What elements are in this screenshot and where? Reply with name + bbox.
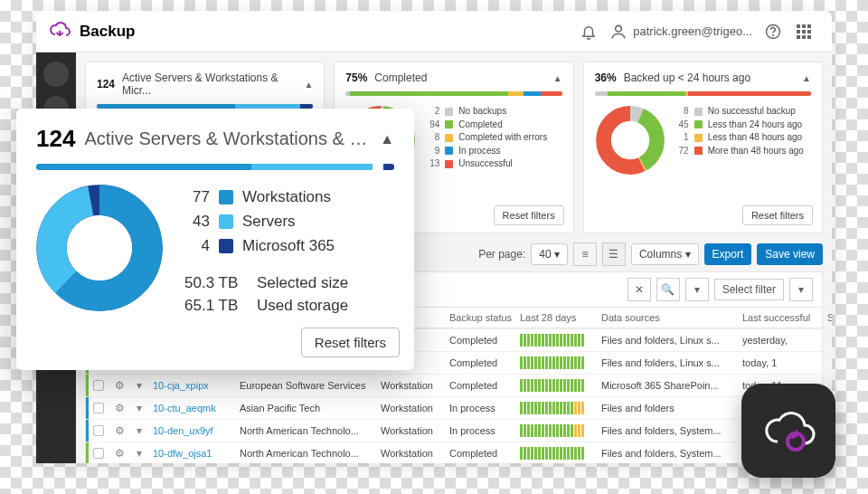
popover-stats: 50.3 TBSelected size65.1 TBUsed storage xyxy=(184,271,348,318)
sparkline xyxy=(520,402,596,414)
search-icon[interactable]: 🔍 xyxy=(656,278,680,301)
device-name[interactable]: 10-cja_xpipx xyxy=(153,380,234,391)
svg-point-0 xyxy=(616,25,622,32)
table-row[interactable]: ⚙ ▾ 10-den_ux9yf North American Technolo… xyxy=(86,419,822,442)
filter-dropdown-icon[interactable]: ▾ xyxy=(789,278,813,301)
gear-icon[interactable]: ⚙ xyxy=(115,402,131,414)
card-legend: 8No successful backup45Less than 24 hour… xyxy=(675,105,804,176)
table-row[interactable]: ⚙ ▾ 10-ctu_aeqmk Asian Pacific Tech Work… xyxy=(86,396,822,419)
gear-icon[interactable]: ⚙ xyxy=(115,424,131,437)
clear-icon[interactable]: ✕ xyxy=(627,278,651,301)
sparkline xyxy=(520,379,596,392)
row-checkbox[interactable] xyxy=(93,448,104,459)
row-checkbox[interactable] xyxy=(93,403,104,413)
row-checkbox[interactable] xyxy=(93,380,104,391)
apps-grid-icon[interactable] xyxy=(788,16,819,47)
svg-point-2 xyxy=(773,34,774,35)
summary-popover: 124 Active Servers & Workstations & Micr… xyxy=(16,109,414,370)
select-filter-button[interactable]: Select filter xyxy=(714,279,784,300)
chevron-down-icon[interactable]: ▾ xyxy=(137,447,147,460)
col-lastsucc: Last successful xyxy=(742,312,822,323)
reset-filters-button[interactable]: Reset filters xyxy=(742,205,813,225)
cloud-logo-icon xyxy=(49,19,71,44)
page-title: Backup xyxy=(80,23,135,41)
svg-rect-8 xyxy=(807,30,811,33)
col-selected: Selected xyxy=(827,312,832,323)
svg-rect-5 xyxy=(807,24,811,28)
popover-bar xyxy=(36,164,394,170)
sparkline xyxy=(520,356,596,369)
chevron-up-icon[interactable]: ▲ xyxy=(553,73,562,83)
sparkline xyxy=(520,424,596,437)
popover-legend: 77Workstations43Servers4Microsoft 365 xyxy=(184,185,348,259)
reset-filters-button[interactable]: Reset filters xyxy=(494,205,564,225)
svg-rect-11 xyxy=(807,35,811,39)
chevron-down-icon[interactable]: ▾ xyxy=(137,379,147,392)
view-list-icon[interactable]: ≡ xyxy=(573,242,597,266)
popover-donut xyxy=(36,185,163,311)
help-icon[interactable] xyxy=(758,16,788,47)
col-last28: Last 28 days xyxy=(520,312,596,323)
svg-rect-7 xyxy=(802,30,806,33)
svg-rect-4 xyxy=(802,24,806,28)
svg-rect-3 xyxy=(797,24,800,28)
chevron-down-icon[interactable]: ▾ xyxy=(137,402,147,414)
device-name[interactable]: 10-den_ux9yf xyxy=(153,425,234,436)
chevron-up-icon[interactable]: ▲ xyxy=(304,80,313,90)
svg-rect-6 xyxy=(797,30,800,33)
sparkline xyxy=(520,334,596,347)
row-checkbox[interactable] xyxy=(93,425,104,436)
chevron-up-icon[interactable]: ▲ xyxy=(802,73,811,83)
table-row[interactable]: ⚙ ▾ 10-cja_xpipx European Software Servi… xyxy=(86,374,822,396)
device-name[interactable]: 10-dfw_ojsa1 xyxy=(153,448,234,459)
chevron-down-icon[interactable]: ▾ xyxy=(137,424,147,437)
user-icon xyxy=(609,23,627,41)
col-status: Backup status xyxy=(449,312,514,323)
save-view-button[interactable]: Save view xyxy=(757,243,823,265)
chevron-up-icon[interactable]: ▲ xyxy=(380,131,394,147)
export-button[interactable]: Export xyxy=(704,243,752,265)
perpage-select[interactable]: 40 ▾ xyxy=(531,243,568,265)
table-row[interactable]: ⚙ ▾ 10-dfw_ojsa1 North American Technolo… xyxy=(86,442,822,463)
perpage-label: Per page: xyxy=(478,248,525,261)
sidebar-item[interactable] xyxy=(43,62,69,87)
donut-chart xyxy=(595,105,665,176)
reset-filters-button[interactable]: Reset filters xyxy=(301,328,400,357)
user-menu[interactable]: patrick.green@trigeo... xyxy=(604,23,758,41)
svg-rect-10 xyxy=(802,35,806,39)
view-grid-icon[interactable]: ☰ xyxy=(602,242,626,266)
gear-icon[interactable]: ⚙ xyxy=(115,447,131,460)
columns-button[interactable]: Columns ▾ xyxy=(631,243,699,265)
popover-count: 124 xyxy=(36,125,75,153)
app-badge-icon xyxy=(741,384,835,478)
popover-title: Active Servers & Workstations & Micr... xyxy=(84,128,371,149)
summary-card[interactable]: 36%Backed up < 24 hours ago▲ 8No success… xyxy=(583,62,823,233)
card-legend: 2No backups94Completed8Completed with er… xyxy=(425,105,547,176)
user-email: patrick.green@trigeo... xyxy=(633,24,752,38)
bell-icon[interactable] xyxy=(573,16,604,47)
device-name[interactable]: 10-ctu_aeqmk xyxy=(153,403,234,413)
topbar: Backup patrick.green@trigeo... xyxy=(36,11,832,52)
sparkline xyxy=(520,447,596,460)
search-expand-icon[interactable]: ▾ xyxy=(685,278,709,301)
col-sources: Data sources xyxy=(601,312,737,323)
gear-icon[interactable]: ⚙ xyxy=(115,379,131,392)
svg-rect-9 xyxy=(797,35,800,39)
